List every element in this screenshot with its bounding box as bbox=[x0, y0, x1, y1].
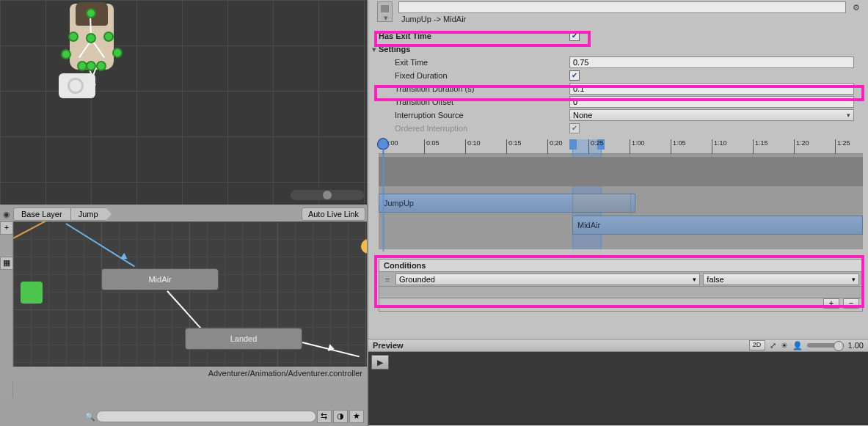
transition-name-field[interactable] bbox=[398, 1, 846, 13]
transition-duration-field[interactable]: 0.1 bbox=[569, 83, 854, 95]
bone-joint[interactable] bbox=[86, 8, 96, 18]
timeline-tick: 1:25 bbox=[835, 139, 850, 154]
interruption-source-label: Interruption Source bbox=[379, 111, 569, 120]
inspector-panel: JumpUp -> MidAir ⚙ Has Exit Time ✔ ▾ Set… bbox=[368, 0, 868, 426]
preview-viewport[interactable]: ▶ bbox=[368, 352, 868, 425]
gear-icon[interactable]: ⚙ bbox=[852, 1, 861, 15]
fixed-duration-label: Fixed Duration bbox=[379, 71, 569, 80]
preview-speed-value: 1.00 bbox=[848, 341, 864, 350]
timeline-tick: 1:15 bbox=[753, 139, 768, 154]
bone-joint[interactable] bbox=[77, 61, 87, 71]
preview-tool-icon[interactable]: ⤢ bbox=[770, 341, 776, 350]
bone-joint[interactable] bbox=[61, 49, 71, 59]
clip-midair[interactable]: MidAir bbox=[572, 216, 863, 235]
state-node-landed[interactable]: Landed bbox=[185, 328, 302, 350]
preview-light-icon[interactable]: ☀ bbox=[781, 341, 788, 350]
exit-time-field[interactable]: 0.75 bbox=[569, 56, 854, 68]
ordered-interruption-checkbox: ✔ bbox=[569, 123, 580, 133]
animator-graph[interactable]: MidAir Landed bbox=[13, 221, 368, 367]
transition-offset-field[interactable]: 0 bbox=[569, 96, 854, 108]
ordered-interruption-label: Ordered Interruption bbox=[379, 124, 569, 133]
bone-joint[interactable] bbox=[103, 32, 114, 42]
transition-start-handle[interactable] bbox=[569, 139, 577, 150]
transition-name-label: JumpUp -> MidAir bbox=[398, 13, 846, 25]
timeline-playhead[interactable] bbox=[377, 138, 389, 150]
condition-row: ≡ Grounded false bbox=[379, 272, 863, 287]
bone-joint[interactable] bbox=[86, 33, 96, 43]
exit-time-label: Exit Time bbox=[379, 58, 569, 67]
breadcrumb-jump[interactable]: Jump bbox=[70, 208, 106, 221]
timeline-tick: 1:10 bbox=[712, 139, 727, 154]
asset-path-label: Adventurer/Animation/Adventurer.controll… bbox=[0, 367, 368, 381]
fixed-duration-checkbox[interactable]: ✔ bbox=[569, 70, 580, 81]
bone-joint[interactable] bbox=[96, 61, 106, 71]
timeline-tick: 1:05 bbox=[671, 139, 686, 154]
preview-avatar-icon[interactable]: 👤 bbox=[792, 341, 803, 350]
add-condition-button[interactable]: + bbox=[823, 298, 839, 309]
layer-settings-button[interactable]: ▦ bbox=[0, 257, 13, 270]
transition-timeline[interactable]: 0:00 0:05 0:10 0:15 0:20 0:25 1:00 1:05 … bbox=[379, 139, 863, 249]
toolbar-button-c[interactable]: ★ bbox=[349, 410, 364, 423]
toolbar-button-a[interactable]: ⇆ bbox=[317, 410, 332, 423]
state-node-entry[interactable] bbox=[21, 282, 43, 304]
preview-panel: Preview 2D ⤢ ☀ 👤 1.00 ▶ bbox=[368, 339, 868, 426]
timeline-tick: 0:10 bbox=[465, 139, 481, 154]
conditions-header: Conditions bbox=[379, 259, 863, 272]
condition-param-select[interactable]: Grounded bbox=[395, 273, 700, 285]
preview-speed-slider[interactable] bbox=[807, 343, 844, 348]
preview-2d-toggle[interactable]: 2D bbox=[749, 340, 765, 350]
animator-search-input[interactable] bbox=[96, 411, 316, 422]
condition-value-select[interactable]: false bbox=[703, 273, 859, 285]
scene-view[interactable] bbox=[0, 0, 368, 205]
toolbar-button-b[interactable]: ◑ bbox=[333, 410, 348, 423]
scene-zoom-slider[interactable] bbox=[291, 190, 364, 200]
settings-label: Settings bbox=[379, 45, 569, 54]
add-layer-button[interactable]: + bbox=[0, 221, 13, 235]
state-node-midair[interactable]: MidAir bbox=[101, 268, 219, 290]
timeline-tick: 0:25 bbox=[588, 139, 604, 154]
transition-offset-label: Transition Offset bbox=[379, 98, 569, 106]
timeline-ruler[interactable]: 0:00 0:05 0:10 0:15 0:20 0:25 1:00 1:05 … bbox=[379, 139, 863, 154]
has-exit-time-label: Has Exit Time bbox=[379, 32, 569, 40]
camera-gizmo-icon[interactable] bbox=[59, 73, 95, 98]
timeline-tick: 0:20 bbox=[547, 139, 563, 154]
has-exit-time-checkbox[interactable]: ✔ bbox=[569, 31, 580, 41]
settings-foldout[interactable]: ▾ bbox=[372, 45, 379, 54]
bone-joint[interactable] bbox=[68, 32, 79, 42]
timeline-tick: 1:00 bbox=[630, 139, 645, 154]
auto-live-link-toggle[interactable]: Auto Live Link bbox=[302, 208, 365, 221]
preview-title: Preview bbox=[373, 341, 404, 350]
drag-handle-icon[interactable]: ≡ bbox=[382, 275, 393, 284]
breadcrumb-base-layer[interactable]: Base Layer bbox=[13, 208, 70, 221]
search-icon: 🔍 bbox=[85, 412, 95, 422]
animator-panel: ◉ Base Layer Jump Auto Live Link + ▦ Mid… bbox=[0, 205, 368, 426]
conditions-section: Conditions ≡ Grounded false + − bbox=[379, 259, 863, 312]
preview-play-button[interactable]: ▶ bbox=[371, 355, 389, 370]
transition-duration-label: Transition Duration (s) bbox=[379, 84, 569, 93]
timeline-tick: 0:15 bbox=[506, 139, 522, 154]
remove-condition-button[interactable]: − bbox=[843, 298, 859, 309]
bone-joint[interactable] bbox=[86, 61, 96, 71]
transition-icon bbox=[377, 1, 393, 22]
clip-jumpup-ghost bbox=[572, 194, 631, 213]
timeline-tick: 1:20 bbox=[794, 139, 809, 154]
interruption-source-select[interactable]: None bbox=[569, 109, 854, 121]
timeline-tick: 0:05 bbox=[424, 139, 440, 154]
bone-joint[interactable] bbox=[112, 48, 123, 58]
visibility-icon[interactable]: ◉ bbox=[0, 210, 13, 219]
